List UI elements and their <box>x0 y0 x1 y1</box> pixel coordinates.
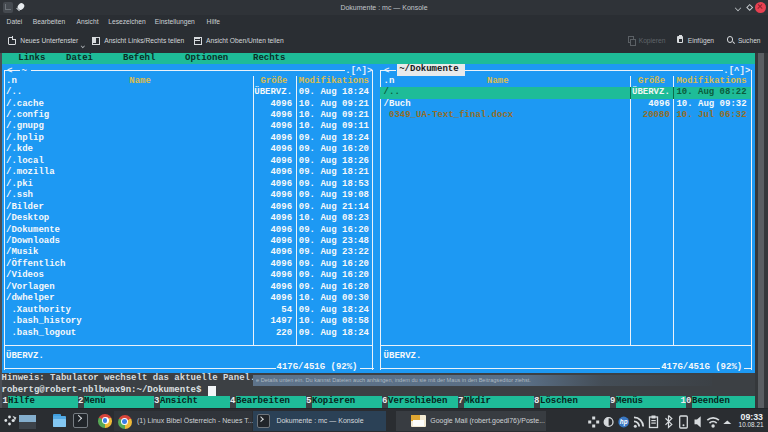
svg-text:hp: hp <box>620 418 628 426</box>
